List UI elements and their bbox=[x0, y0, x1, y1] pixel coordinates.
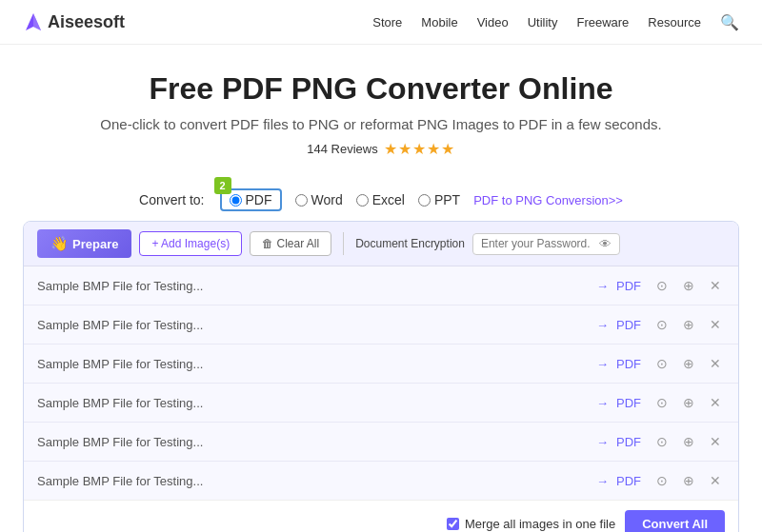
file-name: Sample BMP File for Testing... bbox=[37, 279, 589, 293]
download-button[interactable]: ⊕ bbox=[679, 354, 698, 373]
ppt-label: PPT bbox=[434, 192, 460, 207]
download-button[interactable]: ⊕ bbox=[679, 315, 698, 334]
file-arrow-icon: → bbox=[596, 474, 609, 488]
toolbar: 👋 Prepare + Add Image(s) 🗑 Clear All Doc… bbox=[24, 222, 738, 266]
star-rating: ★★★★★ bbox=[384, 140, 455, 158]
pdf-to-png-link[interactable]: PDF to PNG Conversion>> bbox=[473, 193, 623, 207]
file-arrow-icon: → bbox=[596, 357, 609, 371]
nav-video[interactable]: Video bbox=[477, 15, 509, 30]
file-row: Sample BMP File for Testing... → PDF ⊙ ⊕… bbox=[24, 266, 738, 305]
download-button[interactable]: ⊕ bbox=[679, 471, 698, 490]
password-input[interactable] bbox=[481, 237, 595, 250]
remove-button[interactable]: ✕ bbox=[706, 393, 725, 412]
hero-section: Free PDF PNG Converter Online One-click … bbox=[0, 45, 762, 175]
hero-subtitle: One-click to convert PDF files to PNG or… bbox=[19, 116, 743, 132]
file-type: PDF bbox=[616, 357, 641, 371]
file-row: Sample BMP File for Testing... → PDF ⊙ ⊕… bbox=[24, 305, 738, 345]
file-arrow-icon: → bbox=[596, 435, 609, 449]
nav-store[interactable]: Store bbox=[372, 15, 402, 30]
ppt-radio[interactable] bbox=[418, 194, 431, 207]
excel-radio[interactable] bbox=[356, 194, 369, 207]
file-actions: ⊙ ⊕ ✕ bbox=[652, 354, 725, 373]
info-button[interactable]: ⊙ bbox=[652, 354, 672, 373]
info-button[interactable]: ⊙ bbox=[652, 315, 672, 334]
file-arrow-icon: → bbox=[596, 318, 609, 332]
password-field-wrap: 👁 bbox=[472, 233, 620, 255]
file-type: PDF bbox=[616, 279, 641, 293]
nav-utility[interactable]: Utility bbox=[528, 15, 558, 30]
file-type: PDF bbox=[616, 474, 641, 488]
file-type: PDF bbox=[616, 318, 641, 332]
file-actions: ⊙ ⊕ ✕ bbox=[652, 471, 725, 490]
converter-area: 👋 Prepare + Add Image(s) 🗑 Clear All Doc… bbox=[23, 221, 739, 532]
file-row: Sample BMP File for Testing... → PDF ⊙ ⊕… bbox=[24, 423, 738, 462]
logo-text: Aiseesoft bbox=[48, 12, 125, 32]
header: Aiseesoft Store Mobile Video Utility Fre… bbox=[0, 0, 762, 45]
excel-label: Excel bbox=[372, 192, 405, 207]
review-count: 144 Reviews bbox=[307, 142, 377, 156]
file-list: Sample BMP File for Testing... → PDF ⊙ ⊕… bbox=[24, 266, 738, 500]
merge-checkbox-wrap: Merge all images in one file bbox=[447, 517, 615, 531]
merge-checkbox[interactable] bbox=[447, 518, 459, 530]
file-row: Sample BMP File for Testing... → PDF ⊙ ⊕… bbox=[24, 462, 738, 500]
excel-radio-item[interactable]: Excel bbox=[356, 192, 405, 207]
file-actions: ⊙ ⊕ ✕ bbox=[652, 315, 725, 334]
file-actions: ⊙ ⊕ ✕ bbox=[652, 432, 725, 451]
add-images-button[interactable]: + Add Image(s) bbox=[139, 231, 242, 256]
logo: Aiseesoft bbox=[23, 11, 125, 32]
file-name: Sample BMP File for Testing... bbox=[37, 435, 589, 449]
file-name: Sample BMP File for Testing... bbox=[37, 396, 589, 410]
file-arrow-icon: → bbox=[596, 279, 609, 293]
toolbar-divider bbox=[343, 232, 344, 255]
search-button[interactable]: 🔍 bbox=[720, 13, 739, 31]
file-arrow-icon: → bbox=[596, 396, 609, 410]
logo-icon bbox=[23, 11, 44, 32]
file-name: Sample BMP File for Testing... bbox=[37, 474, 589, 488]
convert-options-row: Convert to: 2 PDF Word Excel PPT PDF to … bbox=[0, 188, 762, 211]
convert-all-button[interactable]: Convert All bbox=[625, 510, 725, 532]
nav-mobile[interactable]: Mobile bbox=[421, 15, 457, 30]
pdf-radio-box[interactable]: 2 PDF bbox=[220, 188, 282, 211]
step-badge: 2 bbox=[214, 177, 231, 194]
remove-button[interactable]: ✕ bbox=[706, 354, 725, 373]
remove-button[interactable]: ✕ bbox=[706, 276, 725, 295]
file-row: Sample BMP File for Testing... → PDF ⊙ ⊕… bbox=[24, 345, 738, 384]
file-actions: ⊙ ⊕ ✕ bbox=[652, 276, 725, 295]
word-label: Word bbox=[311, 192, 343, 207]
file-actions: ⊙ ⊕ ✕ bbox=[652, 393, 725, 412]
download-button[interactable]: ⊕ bbox=[679, 393, 698, 412]
download-button[interactable]: ⊕ bbox=[679, 276, 698, 295]
info-button[interactable]: ⊙ bbox=[652, 432, 672, 451]
remove-button[interactable]: ✕ bbox=[706, 432, 725, 451]
bottom-bar: Merge all images in one file Convert All bbox=[24, 500, 738, 532]
info-button[interactable]: ⊙ bbox=[652, 471, 672, 490]
page-title: Free PDF PNG Converter Online bbox=[19, 71, 743, 107]
clear-all-button[interactable]: 🗑 Clear All bbox=[250, 231, 331, 256]
remove-button[interactable]: ✕ bbox=[706, 471, 725, 490]
file-name: Sample BMP File for Testing... bbox=[37, 318, 589, 332]
info-button[interactable]: ⊙ bbox=[652, 393, 672, 412]
convert-to-label: Convert to: bbox=[139, 192, 204, 207]
nav-resource[interactable]: Resource bbox=[648, 15, 701, 30]
reviews: 144 Reviews ★★★★★ bbox=[19, 140, 743, 158]
remove-button[interactable]: ✕ bbox=[706, 315, 725, 334]
file-name: Sample BMP File for Testing... bbox=[37, 357, 589, 371]
word-radio-item[interactable]: Word bbox=[295, 192, 343, 207]
radio-group: 2 PDF Word Excel PPT PDF to PNG Conversi… bbox=[220, 188, 623, 211]
info-button[interactable]: ⊙ bbox=[652, 276, 672, 295]
download-button[interactable]: ⊕ bbox=[679, 432, 698, 451]
merge-label: Merge all images in one file bbox=[465, 517, 615, 531]
prepare-tab-label: Prepare bbox=[72, 237, 118, 251]
encryption-label: Document Encryption bbox=[355, 237, 465, 250]
pdf-label: PDF bbox=[246, 192, 272, 207]
nav-freeware[interactable]: Freeware bbox=[576, 15, 629, 30]
file-type: PDF bbox=[616, 435, 641, 449]
eye-icon[interactable]: 👁 bbox=[599, 237, 612, 251]
word-radio[interactable] bbox=[295, 194, 308, 207]
prepare-tab[interactable]: 👋 Prepare bbox=[37, 229, 131, 258]
ppt-radio-item[interactable]: PPT bbox=[418, 192, 460, 207]
pdf-radio[interactable] bbox=[230, 194, 242, 207]
file-row: Sample BMP File for Testing... → PDF ⊙ ⊕… bbox=[24, 384, 738, 423]
nav: Store Mobile Video Utility Freeware Reso… bbox=[372, 13, 739, 31]
file-type: PDF bbox=[616, 396, 641, 410]
